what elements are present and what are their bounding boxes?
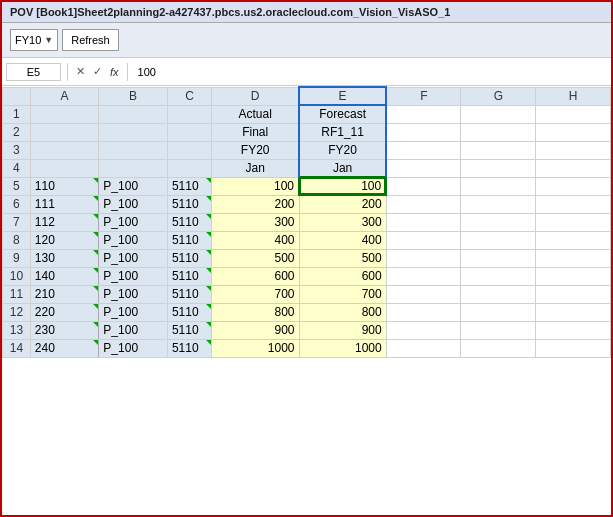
cell-g[interactable]	[461, 303, 536, 321]
cell-f[interactable]	[386, 105, 461, 123]
cell-g[interactable]	[461, 339, 536, 357]
cell-b[interactable]: P_100	[99, 339, 168, 357]
cell-e[interactable]: 500	[299, 249, 386, 267]
cell-d[interactable]: 800	[212, 303, 299, 321]
cell-d[interactable]: 100	[212, 177, 299, 195]
cell-f[interactable]	[386, 267, 461, 285]
cell-a[interactable]: 140	[30, 267, 99, 285]
cell-reference[interactable]: E5	[6, 63, 61, 81]
cell-b[interactable]: P_100	[99, 303, 168, 321]
cell-f[interactable]	[386, 123, 461, 141]
cell-a[interactable]: 110	[30, 177, 99, 195]
cell-g[interactable]	[461, 141, 536, 159]
cell-h[interactable]	[536, 195, 611, 213]
cell-e[interactable]: 100	[299, 177, 386, 195]
cell-e[interactable]: 800	[299, 303, 386, 321]
cell-g[interactable]	[461, 213, 536, 231]
cell-b[interactable]: P_100	[99, 195, 168, 213]
cell-a[interactable]: 230	[30, 321, 99, 339]
cell-f[interactable]	[386, 177, 461, 195]
cell-d[interactable]: 200	[212, 195, 299, 213]
cell-f[interactable]	[386, 321, 461, 339]
cell-a[interactable]: 130	[30, 249, 99, 267]
cell-a[interactable]: 240	[30, 339, 99, 357]
cell-f[interactable]	[386, 303, 461, 321]
cell-g[interactable]	[461, 195, 536, 213]
cell-h[interactable]	[536, 303, 611, 321]
cell-a[interactable]: 210	[30, 285, 99, 303]
cell-c[interactable]: 5110	[167, 249, 211, 267]
cell-c[interactable]: 5110	[167, 195, 211, 213]
cell-h[interactable]	[536, 123, 611, 141]
cell-c	[167, 159, 211, 177]
cell-h[interactable]	[536, 177, 611, 195]
cell-a[interactable]: 111	[30, 195, 99, 213]
cell-a[interactable]: 220	[30, 303, 99, 321]
cell-c[interactable]: 5110	[167, 303, 211, 321]
cell-g[interactable]	[461, 231, 536, 249]
cell-b[interactable]: P_100	[99, 321, 168, 339]
cell-d[interactable]: 500	[212, 249, 299, 267]
cancel-icon[interactable]: ✕	[74, 64, 87, 79]
cell-c[interactable]: 5110	[167, 321, 211, 339]
row-number: 12	[3, 303, 31, 321]
cell-h[interactable]	[536, 285, 611, 303]
fx-icon[interactable]: fx	[108, 65, 121, 79]
cell-e[interactable]: 300	[299, 213, 386, 231]
cell-g[interactable]	[461, 267, 536, 285]
cell-e[interactable]: 600	[299, 267, 386, 285]
cell-c[interactable]: 5110	[167, 267, 211, 285]
cell-c[interactable]: 5110	[167, 231, 211, 249]
cell-b[interactable]: P_100	[99, 249, 168, 267]
cell-d[interactable]: 300	[212, 213, 299, 231]
cell-h[interactable]	[536, 339, 611, 357]
cell-e[interactable]: 200	[299, 195, 386, 213]
cell-b[interactable]: P_100	[99, 285, 168, 303]
cell-f[interactable]	[386, 339, 461, 357]
cell-g[interactable]	[461, 123, 536, 141]
cell-c[interactable]: 5110	[167, 339, 211, 357]
cell-g[interactable]	[461, 105, 536, 123]
cell-g[interactable]	[461, 249, 536, 267]
cell-f[interactable]	[386, 195, 461, 213]
cell-d[interactable]: 400	[212, 231, 299, 249]
cell-f[interactable]	[386, 285, 461, 303]
cell-e[interactable]: 700	[299, 285, 386, 303]
cell-f[interactable]	[386, 159, 461, 177]
cell-f[interactable]	[386, 213, 461, 231]
cell-f[interactable]	[386, 249, 461, 267]
cell-c[interactable]: 5110	[167, 177, 211, 195]
cell-h[interactable]	[536, 249, 611, 267]
cell-d[interactable]: 1000	[212, 339, 299, 357]
cell-g[interactable]	[461, 177, 536, 195]
cell-g[interactable]	[461, 285, 536, 303]
fy-dropdown[interactable]: FY10 ▼	[10, 29, 58, 51]
cell-h[interactable]	[536, 159, 611, 177]
cell-d[interactable]: 900	[212, 321, 299, 339]
cell-g[interactable]	[461, 159, 536, 177]
cell-e[interactable]: 1000	[299, 339, 386, 357]
cell-b[interactable]: P_100	[99, 267, 168, 285]
cell-f[interactable]	[386, 141, 461, 159]
cell-h[interactable]	[536, 231, 611, 249]
cell-c[interactable]: 5110	[167, 213, 211, 231]
cell-e[interactable]: 900	[299, 321, 386, 339]
cell-e[interactable]: 400	[299, 231, 386, 249]
cell-h[interactable]	[536, 213, 611, 231]
cell-g[interactable]	[461, 321, 536, 339]
cell-h[interactable]	[536, 105, 611, 123]
cell-b[interactable]: P_100	[99, 177, 168, 195]
cell-b[interactable]: P_100	[99, 213, 168, 231]
cell-h[interactable]	[536, 141, 611, 159]
cell-a[interactable]: 112	[30, 213, 99, 231]
cell-h[interactable]	[536, 321, 611, 339]
cell-d[interactable]: 700	[212, 285, 299, 303]
cell-b[interactable]: P_100	[99, 231, 168, 249]
refresh-button[interactable]: Refresh	[62, 29, 119, 51]
cell-f[interactable]	[386, 231, 461, 249]
cell-d[interactable]: 600	[212, 267, 299, 285]
confirm-icon[interactable]: ✓	[91, 64, 104, 79]
cell-h[interactable]	[536, 267, 611, 285]
cell-c[interactable]: 5110	[167, 285, 211, 303]
cell-a[interactable]: 120	[30, 231, 99, 249]
